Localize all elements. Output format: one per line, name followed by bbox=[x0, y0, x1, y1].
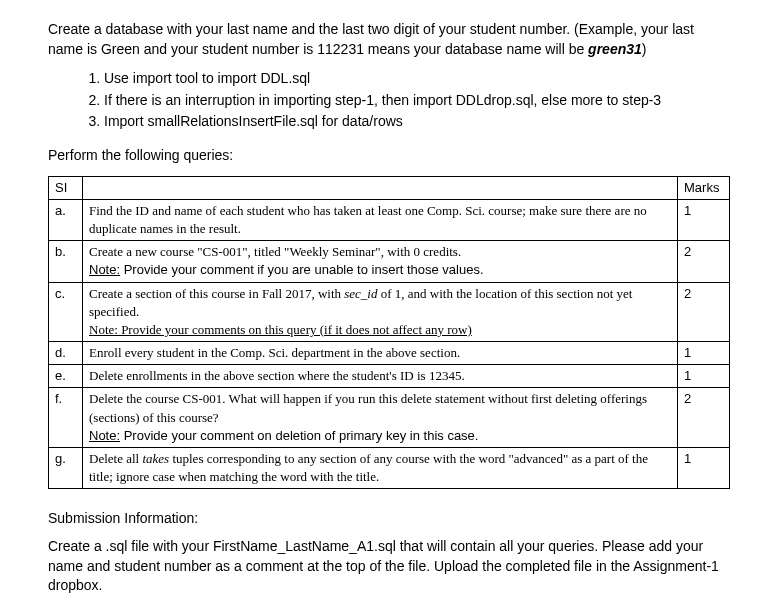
header-si: SI bbox=[49, 176, 83, 199]
table-row: b. Create a new course "CS-001", titled … bbox=[49, 241, 730, 282]
sec-id: sec_id bbox=[344, 286, 377, 301]
submission-heading: Submission Information: bbox=[48, 509, 730, 529]
table-header-row: SI Marks bbox=[49, 176, 730, 199]
row-a-marks: 1 bbox=[678, 199, 730, 240]
row-b-note: Note: Provide your comment if you are un… bbox=[89, 261, 671, 279]
table-row: e. Delete enrollments in the above secti… bbox=[49, 365, 730, 388]
perform-label: Perform the following queries: bbox=[48, 146, 730, 166]
intro-paragraph: Create a database with your last name an… bbox=[48, 20, 730, 59]
table-row: c. Create a section of this course in Fa… bbox=[49, 282, 730, 342]
intro-line1: Create a database with your last name an… bbox=[48, 21, 668, 37]
row-a-desc: Find the ID and name of each student who… bbox=[83, 199, 678, 240]
row-f-text: Delete the course CS-001. What will happ… bbox=[89, 390, 671, 426]
table-row: a. Find the ID and name of each student … bbox=[49, 199, 730, 240]
row-c-marks: 2 bbox=[678, 282, 730, 342]
row-b-desc: Create a new course "CS-001", titled "We… bbox=[83, 241, 678, 282]
intro-example: green31 bbox=[588, 41, 642, 57]
row-b-text: Create a new course "CS-001", titled "We… bbox=[89, 243, 671, 261]
row-b-note-label: Note: bbox=[89, 262, 120, 277]
row-f-marks: 2 bbox=[678, 388, 730, 448]
row-f-note-label: Note: bbox=[89, 428, 120, 443]
header-marks: Marks bbox=[678, 176, 730, 199]
row-f-desc: Delete the course CS-001. What will happ… bbox=[83, 388, 678, 448]
submission-body: Create a .sql file with your FirstName_L… bbox=[48, 537, 730, 596]
header-desc bbox=[83, 176, 678, 199]
row-f-si: f. bbox=[49, 388, 83, 448]
row-c-si: c. bbox=[49, 282, 83, 342]
row-d-desc: Enroll every student in the Comp. Sci. d… bbox=[83, 342, 678, 365]
row-f-note: Note: Provide your comment on deletion o… bbox=[89, 427, 671, 445]
row-g-desc: Delete all takes tuples corresponding to… bbox=[83, 448, 678, 489]
table-row: f. Delete the course CS-001. What will h… bbox=[49, 388, 730, 448]
row-g-si: g. bbox=[49, 448, 83, 489]
row-d-marks: 1 bbox=[678, 342, 730, 365]
steps-list: Use import tool to import DDL.sql If the… bbox=[104, 69, 730, 132]
row-c-note: Note: Provide your comments on this quer… bbox=[89, 321, 671, 339]
step-2: If there is an interruption in importing… bbox=[104, 91, 730, 111]
row-d-si: d. bbox=[49, 342, 83, 365]
table-row: d. Enroll every student in the Comp. Sci… bbox=[49, 342, 730, 365]
row-a-text: Find the ID and name of each student who… bbox=[89, 203, 647, 236]
queries-table: SI Marks a. Find the ID and name of each… bbox=[48, 176, 730, 490]
row-c-desc: Create a section of this course in Fall … bbox=[83, 282, 678, 342]
row-b-marks: 2 bbox=[678, 241, 730, 282]
row-b-note-text: Provide your comment if you are unable t… bbox=[120, 262, 483, 277]
row-f-note-text: Provide your comment on deletion of prim… bbox=[120, 428, 478, 443]
takes-word: takes bbox=[142, 451, 169, 466]
row-g-marks: 1 bbox=[678, 448, 730, 489]
intro-line2b: ) bbox=[642, 41, 647, 57]
row-e-marks: 1 bbox=[678, 365, 730, 388]
step-3: Import smallRelationsInsertFile.sql for … bbox=[104, 112, 730, 132]
row-a-si: a. bbox=[49, 199, 83, 240]
row-b-si: b. bbox=[49, 241, 83, 282]
row-c-text: Create a section of this course in Fall … bbox=[89, 285, 671, 321]
table-row: g. Delete all takes tuples corresponding… bbox=[49, 448, 730, 489]
row-e-si: e. bbox=[49, 365, 83, 388]
row-e-desc: Delete enrollments in the above section … bbox=[83, 365, 678, 388]
step-1: Use import tool to import DDL.sql bbox=[104, 69, 730, 89]
